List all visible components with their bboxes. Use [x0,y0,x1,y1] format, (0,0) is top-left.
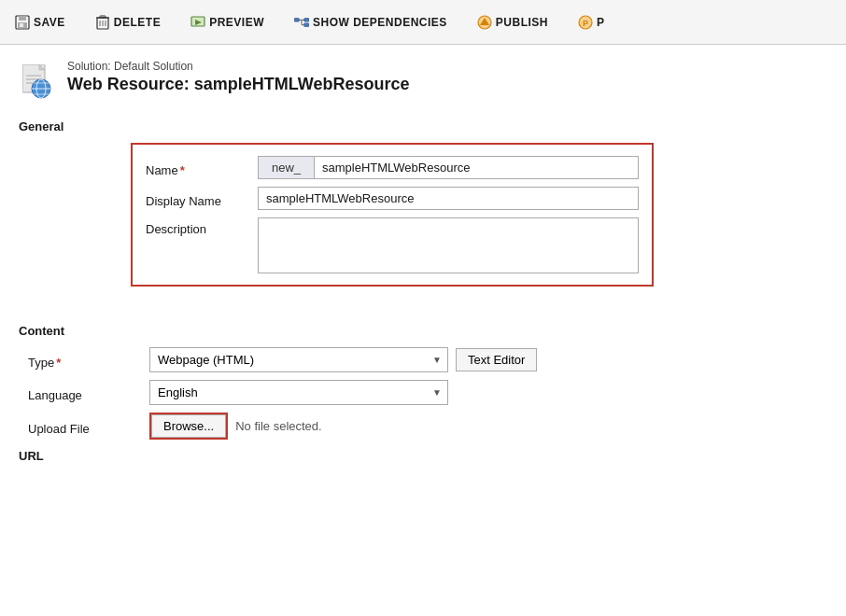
name-input[interactable] [314,156,639,179]
show-dependencies-button[interactable]: SHOW DEPENDENCIES [289,11,453,34]
name-field-group: new_ [258,156,639,179]
preview-label: PREVIEW [209,16,264,29]
solution-label: Solution: Default Solution [67,60,409,73]
general-section-title: General [19,119,827,133]
name-prefix: new_ [258,156,314,179]
type-select-wrapper: Webpage (HTML) Script (JScript) Style Sh… [149,347,448,372]
dependencies-icon [294,15,309,30]
upload-row: Browse... No file selected. [149,413,827,440]
page-title: Web Resource: sampleHTMLWebResource [67,75,409,94]
svg-rect-3 [20,23,23,27]
content-section: Content Type * Webpage (HTML) Script (JS… [19,324,827,463]
upload-file-label: Upload File [28,417,140,436]
url-section-title: URL [19,449,827,463]
delete-button[interactable]: DELETE [90,11,166,34]
svg-rect-12 [294,18,299,21]
svg-rect-1 [19,16,26,21]
language-select[interactable]: English French German [150,381,427,404]
page-header-text: Solution: Default Solution Web Resource:… [67,60,409,94]
no-file-text: No file selected. [235,419,322,433]
preview-icon [190,15,205,30]
type-row: Webpage (HTML) Script (JScript) Style Sh… [149,347,827,372]
publish-icon [477,15,492,30]
more-icon: P [578,15,593,30]
content-section-title: Content [19,324,827,338]
main-content: Solution: Default Solution Web Resource:… [0,45,846,616]
delete-label: DELETE [114,16,161,29]
name-label: Name * [146,159,248,177]
save-icon [15,15,30,30]
type-select-arrow: ▼ [427,355,447,365]
display-name-label: Display Name [146,189,248,208]
display-name-input[interactable] [258,187,639,210]
page-header: Solution: Default Solution Web Resource:… [19,60,827,101]
more-button[interactable]: P P [572,11,611,34]
browse-button[interactable]: Browse... [151,414,226,438]
svg-rect-14 [304,22,309,26]
language-select-arrow: ▼ [427,387,447,398]
delete-icon [95,15,110,30]
description-label: Description [146,217,248,236]
save-button[interactable]: SAVE [9,11,71,34]
svg-rect-6 [100,16,106,18]
resource-icon-container [19,63,56,101]
type-required: * [56,356,61,370]
svg-text:P: P [583,19,589,28]
toolbar: SAVE DELETE PREVIEW [0,0,846,45]
browse-btn-wrapper: Browse... [149,413,228,440]
preview-button[interactable]: PREVIEW [185,11,270,34]
document-icon [22,64,52,100]
type-label: Type * [28,351,140,370]
description-input[interactable] [258,217,639,273]
show-dependencies-label: SHOW DEPENDENCIES [313,16,447,29]
language-select-wrapper: English French German ▼ [149,380,448,405]
svg-rect-13 [304,18,309,21]
name-required: * [180,163,185,177]
publish-button[interactable]: PUBLISH [472,11,554,34]
publish-label: PUBLISH [496,16,548,29]
text-editor-button[interactable]: Text Editor [456,348,537,371]
more-label: P [597,16,605,29]
type-select[interactable]: Webpage (HTML) Script (JScript) Style Sh… [150,348,427,371]
language-label: Language [28,384,140,402]
save-label: SAVE [34,16,65,29]
